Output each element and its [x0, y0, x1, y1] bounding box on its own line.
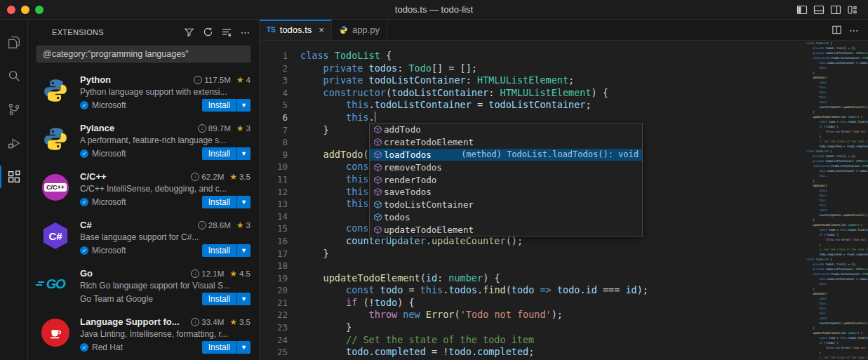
- install-button[interactable]: Install: [202, 341, 236, 354]
- line-number: 19: [260, 272, 291, 285]
- suggest-label: addTodo: [384, 124, 421, 135]
- verified-publisher-icon: ✓: [80, 198, 88, 206]
- rating-star-icon: ★: [236, 75, 244, 85]
- extension-item[interactable]: Language Support fo... ↓ 33.4M ★ 3.5 Jav…: [28, 310, 259, 359]
- rating-star-icon: ★: [229, 172, 237, 182]
- tab-todos-ts[interactable]: TS todos.ts ×: [260, 20, 332, 40]
- install-dropdown-chevron-icon[interactable]: ▼: [236, 147, 251, 160]
- activity-search-icon[interactable]: [0, 59, 28, 93]
- close-tab-icon[interactable]: ×: [319, 25, 324, 35]
- tab-app-py[interactable]: app.py: [332, 20, 387, 40]
- verified-publisher-icon: ✓: [80, 343, 88, 352]
- activity-bar: [0, 20, 28, 360]
- install-count-icon: ↓: [194, 76, 202, 84]
- extension-item[interactable]: C# C# ↓ 28.6M ★ 3 Base language support …: [28, 213, 259, 262]
- rating-star-icon: ★: [229, 317, 237, 327]
- install-dropdown-chevron-icon[interactable]: ▼: [236, 341, 251, 354]
- rating-value: 3.5: [239, 318, 251, 326]
- symbol-method-icon: [372, 163, 384, 172]
- go-logo-icon: GO: [46, 276, 65, 292]
- extension-name: Language Support fo...: [80, 316, 180, 327]
- line-number: 2: [260, 62, 291, 75]
- code-line: 23 }: [260, 321, 803, 334]
- extension-publisher: Go Team at Google: [80, 294, 153, 304]
- activity-extensions-icon[interactable]: [0, 160, 28, 194]
- symbol-method-icon: [372, 175, 384, 185]
- extension-item[interactable]: GO Go ↓ 12.1M ★ 4.5 Rich Go language sup…: [28, 262, 259, 310]
- install-dropdown-chevron-icon[interactable]: ▼: [236, 293, 251, 305]
- extension-description: Rich Go language support for Visual S...: [80, 281, 251, 291]
- install-count-icon: ↓: [191, 173, 199, 181]
- suggest-label: saveTodos: [384, 187, 432, 197]
- install-count-icon: ↓: [198, 221, 206, 229]
- minimap[interactable]: class TodoList { private todos: Todo[] =…: [803, 41, 868, 360]
- layout-sidebar-right-icon[interactable]: [829, 4, 841, 15]
- suggest-label: renderTodo: [384, 175, 436, 185]
- extension-publisher: Red Hat: [92, 342, 123, 352]
- suggest-item-addTodo[interactable]: addTodo: [370, 124, 642, 136]
- extension-publisher: Microsoft: [92, 246, 126, 255]
- rating-value: 3.5: [239, 173, 251, 181]
- extension-name: C#: [80, 220, 92, 230]
- symbol-method-icon: [372, 125, 384, 134]
- suggest-item-removeTodos[interactable]: removeTodos: [370, 161, 642, 173]
- close-window-icon[interactable]: [7, 6, 15, 14]
- line-number: 17: [260, 248, 291, 260]
- editor-more-actions-icon[interactable]: ⋯: [849, 25, 860, 36]
- python-logo-icon: [42, 126, 69, 152]
- install-count: 28.6M: [208, 221, 231, 229]
- zoom-window-icon[interactable]: [35, 6, 44, 14]
- clear-filter-icon[interactable]: [220, 26, 233, 39]
- suggest-item-todos[interactable]: todos: [370, 211, 642, 224]
- titlebar: todos.ts — todo-list: [0, 0, 868, 20]
- suggest-item-renderTodo[interactable]: renderTodo: [370, 173, 642, 186]
- install-dropdown-chevron-icon[interactable]: ▼: [236, 196, 251, 208]
- customize-layout-icon[interactable]: [846, 4, 858, 15]
- extension-item[interactable]: Pylance ↓ 89.7M ★ 3 A performant, featur…: [28, 116, 259, 165]
- suggest-item-updateTodoElement[interactable]: updateTodoElement: [370, 223, 642, 236]
- install-button[interactable]: Install: [202, 99, 236, 112]
- suggest-item-createTodoElement[interactable]: createTodoElement: [370, 136, 642, 149]
- extension-item[interactable]: Python ↓ 117.5M ★ 4 Python language supp…: [28, 68, 259, 116]
- install-button[interactable]: Install: [202, 244, 236, 257]
- more-actions-icon[interactable]: ⋯: [239, 26, 252, 39]
- csharp-logo-icon: C#: [42, 222, 69, 249]
- layout-panel-icon[interactable]: [813, 4, 824, 15]
- extension-publisher: Microsoft: [92, 197, 126, 207]
- minimize-window-icon[interactable]: [21, 6, 29, 14]
- code-line: 3 private todoListContainer: HTMLUListEl…: [260, 74, 803, 87]
- activity-run-debug-icon[interactable]: [0, 126, 28, 160]
- install-button[interactable]: Install: [202, 196, 236, 208]
- editor-group: TS todos.ts × app.py ⋯: [260, 20, 868, 360]
- refresh-icon[interactable]: [201, 26, 214, 39]
- suggest-item-loadTodos[interactable]: loadTodos (method) TodoList.loadTodos():…: [370, 149, 642, 161]
- activity-source-control-icon[interactable]: [0, 93, 28, 126]
- extension-name: C/C++: [80, 171, 107, 182]
- install-split-button: Install ▼: [202, 99, 251, 112]
- extensions-search-input[interactable]: [37, 49, 250, 59]
- install-button[interactable]: Install: [202, 293, 236, 305]
- symbol-method-icon: [372, 187, 384, 196]
- install-split-button: Install ▼: [202, 244, 251, 257]
- code-line: 17 }: [260, 248, 803, 260]
- install-dropdown-chevron-icon[interactable]: ▼: [236, 99, 251, 112]
- filter-icon[interactable]: [182, 26, 195, 39]
- rating-value: 4.5: [239, 269, 251, 278]
- code-line: 25 todo.completed = !todo.completed;: [260, 346, 803, 359]
- suggest-item-saveTodos[interactable]: saveTodos: [370, 186, 642, 199]
- install-count-icon: ↓: [191, 318, 199, 326]
- vscode-window: todos.ts — todo-list: [0, 0, 868, 360]
- line-number: 25: [260, 346, 291, 359]
- extension-item[interactable]: C/C++ C/C++ ↓ 62.2M ★ 3.5 C/C++ IntelliS…: [28, 165, 259, 213]
- install-dropdown-chevron-icon[interactable]: ▼: [236, 244, 251, 257]
- cpp-logo-icon: C/C++: [42, 174, 69, 201]
- split-editor-icon[interactable]: [832, 25, 842, 35]
- install-button[interactable]: Install: [202, 147, 236, 160]
- line-number: 21: [260, 297, 291, 309]
- extension-name: Go: [80, 268, 93, 279]
- rating-value: 3: [246, 124, 251, 133]
- layout-sidebar-left-icon[interactable]: [796, 4, 808, 15]
- suggest-item-todoListContainer[interactable]: todoListContainer: [370, 199, 642, 211]
- activity-explorer-icon[interactable]: [0, 25, 28, 59]
- suggest-label: updateTodoElement: [384, 225, 474, 235]
